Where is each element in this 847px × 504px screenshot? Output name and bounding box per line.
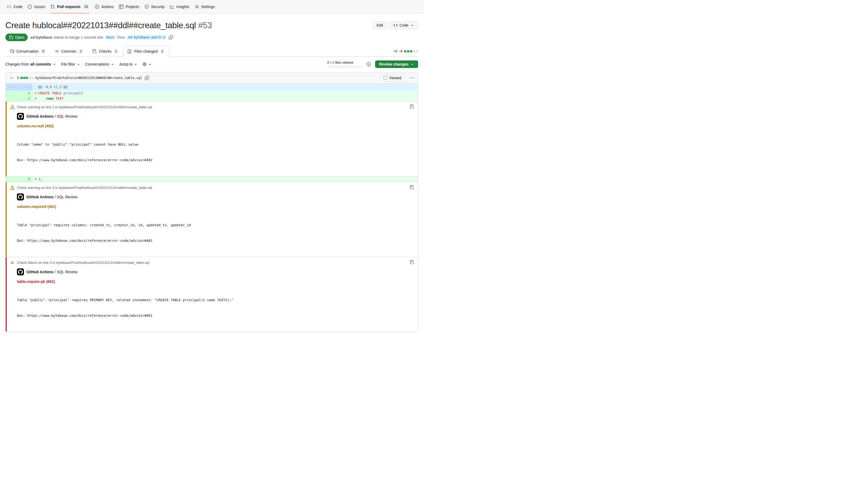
nav-label: Pull requests <box>57 4 80 9</box>
tab-label: Checks <box>99 49 111 53</box>
review-changes-button[interactable]: Review changes <box>375 60 418 68</box>
nav-item-security[interactable]: Security <box>142 0 167 13</box>
comment-discussion-icon <box>10 49 14 53</box>
copy-path-icon[interactable] <box>145 76 149 80</box>
annotation-header-text: Check failure on line 3 in bytebase/Prod… <box>17 260 149 265</box>
rule-title: table.require-pk (601) <box>17 280 414 284</box>
merge-text: wants to merge 1 commit into <box>54 35 103 39</box>
line-number[interactable]: 3 <box>19 177 33 182</box>
pr-author[interactable]: ed-bytebase <box>30 35 52 39</box>
diffstat-block <box>23 77 25 79</box>
nav-label: Insights <box>176 4 189 9</box>
deletions-count: −0 <box>399 50 402 53</box>
pr-header: Create hublocal##20221013##ddl##create_t… <box>5 20 418 31</box>
line-number-gutter[interactable]: 1 <box>6 91 33 96</box>
line-number-gutter[interactable]: 2 <box>6 96 33 101</box>
files-toolbar: Changes from all commits File filter Con… <box>5 60 418 68</box>
check-annotation-failure: Check failure on line 3 in bytebase/Prod… <box>6 257 418 332</box>
nav-label: Code <box>14 4 22 9</box>
check-annotation-warning: Check warning on line 3 in bytebase/Prod… <box>6 182 418 257</box>
play-icon <box>95 4 99 9</box>
diff-line-added: 1 +CREATE TABLE principal( <box>6 91 418 96</box>
hunk-gutter[interactable]: ··· ··· <box>6 84 33 91</box>
nav-item-settings[interactable]: Settings <box>192 0 218 13</box>
tab-counter: 1 <box>160 49 165 54</box>
code-button-label: Code <box>400 23 409 28</box>
viewed-toggle-button[interactable]: Viewed <box>380 74 405 82</box>
annotation-header: Check failure on line 3 in bytebase/Prod… <box>10 260 414 265</box>
github-actions-avatar <box>17 194 24 200</box>
file-path[interactable]: bytebase/Prod/hublocal##20221013##ddl##c… <box>35 76 142 80</box>
copy-branch-icon[interactable] <box>169 35 173 39</box>
chevron-down-icon <box>52 62 56 66</box>
nav-item-projects[interactable]: Projects <box>116 0 142 13</box>
conversations-label: Conversations <box>85 62 109 66</box>
edit-button[interactable]: Edit <box>373 21 387 29</box>
diffstat-block <box>410 50 412 52</box>
expand-dots: ··· <box>19 84 33 90</box>
collapse-file-chevron-icon[interactable] <box>8 76 15 80</box>
issue-opened-icon <box>28 4 32 9</box>
doc-line: Doc: https://www.bytebase.com/docs/refer… <box>17 313 414 318</box>
pull-requests-counter: 24 <box>83 4 89 9</box>
gear-icon <box>195 4 199 9</box>
line-number[interactable]: 2 <box>19 96 33 101</box>
file-change-count: 3 <box>17 76 19 80</box>
tab-checks[interactable]: Checks 1 <box>88 46 123 56</box>
tab-commits[interactable]: Commits 1 <box>50 46 88 56</box>
base-branch-label[interactable]: main <box>105 35 116 40</box>
diff-table: ··· ··· @@ -0,0 +1,3 @@ 1 +CREATE TABLE … <box>6 84 418 101</box>
line-number-gutter[interactable]: 3 <box>6 177 33 182</box>
nav-item-actions[interactable]: Actions <box>92 0 116 13</box>
nav-item-issues[interactable]: Issues <box>25 0 48 13</box>
annotation-header: Check warning on line 3 in bytebase/Prod… <box>10 186 414 190</box>
diffstat-block <box>413 50 415 52</box>
annotation-header: Check warning on line 2 in bytebase/Prod… <box>10 105 414 109</box>
tab-counter: 1 <box>78 49 83 54</box>
file-filter-dropdown[interactable]: File filter <box>61 62 80 66</box>
status-badge: Open <box>5 34 28 41</box>
message-line: Table "public"."principal" requires PRIM… <box>17 298 414 303</box>
app-name: GitHub Actions <box>26 195 53 199</box>
tab-label: Files changed <box>134 49 158 53</box>
warning-triangle-icon <box>10 186 15 190</box>
diff-settings-dropdown[interactable] <box>142 62 152 66</box>
annotation-header-text: Check warning on line 2 in bytebase/Prod… <box>17 105 152 109</box>
info-icon[interactable] <box>366 62 371 66</box>
tab-conversation[interactable]: Conversation 0 <box>5 46 50 56</box>
line-number[interactable]: 1 <box>19 91 33 96</box>
shield-icon <box>145 4 149 9</box>
git-commit-icon <box>55 49 59 53</box>
code-line: + name TEXT <box>33 96 418 101</box>
kebab-menu-icon[interactable] <box>409 76 415 80</box>
code-dropdown-button[interactable]: Code <box>390 21 418 29</box>
checklist-icon[interactable] <box>410 185 414 190</box>
nav-item-pull-requests[interactable]: Pull requests 24 <box>48 0 92 13</box>
tab-files-changed[interactable]: Files changed 1 <box>123 46 169 57</box>
git-pull-request-icon <box>51 4 55 9</box>
checklist-icon[interactable] <box>410 260 414 264</box>
file-filter-label: File filter <box>61 62 75 66</box>
checklist-icon[interactable] <box>410 105 414 109</box>
app-suffix: / SQL Review <box>53 195 77 199</box>
head-branch-label[interactable]: ed-bytebase-patch-2 <box>127 35 167 40</box>
diffstat: +3 −0 <box>393 50 418 56</box>
jump-to-dropdown[interactable]: Jump to <box>119 62 138 66</box>
rule-title: column.no-null (402) <box>17 124 414 128</box>
code-line: +CREATE TABLE principal( <box>33 91 418 96</box>
chevron-down-icon <box>77 62 80 66</box>
chevron-down-icon <box>110 62 114 66</box>
expand-dots: ··· <box>6 84 19 90</box>
annotation-header-text: Check warning on line 3 in bytebase/Prod… <box>17 186 152 190</box>
viewed-checkbox[interactable] <box>383 76 387 79</box>
nav-item-code[interactable]: Code <box>4 0 25 13</box>
file-diff-card: 3 bytebase/Prod/hublocal##20221013##ddl#… <box>5 72 418 332</box>
nav-item-insights[interactable]: Insights <box>167 0 192 13</box>
nav-label: Issues <box>34 4 45 9</box>
annotation-message: Table "principal" requires columns: crea… <box>17 213 414 253</box>
changes-from-dropdown[interactable]: Changes from all commits <box>5 62 56 66</box>
edit-button-label: Edit <box>377 23 383 28</box>
conversations-dropdown[interactable]: Conversations <box>85 62 114 66</box>
diffstat-block <box>416 50 418 52</box>
file-diffstat: 3 <box>17 76 33 80</box>
